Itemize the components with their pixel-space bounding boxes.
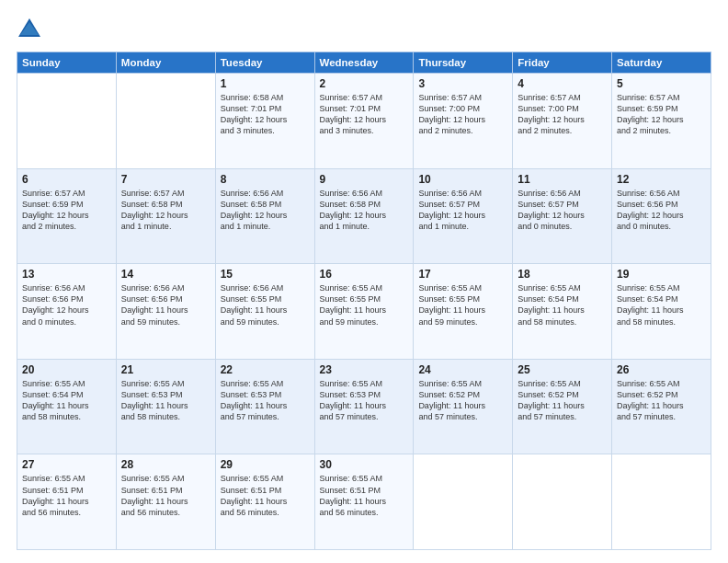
day-info: Sunrise: 6:55 AM Sunset: 6:52 PM Dayligh… [418,378,507,423]
calendar-cell [17,74,117,169]
day-info: Sunrise: 6:57 AM Sunset: 6:58 PM Dayligh… [121,188,210,233]
day-number: 8 [221,173,310,186]
day-info: Sunrise: 6:55 AM Sunset: 6:55 PM Dayligh… [320,282,409,327]
day-number: 13 [22,268,111,281]
day-info: Sunrise: 6:55 AM Sunset: 6:53 PM Dayligh… [221,378,310,423]
day-number: 11 [518,173,607,186]
logo [17,17,44,42]
day-info: Sunrise: 6:55 AM Sunset: 6:51 PM Dayligh… [221,473,310,518]
day-number: 18 [518,268,607,281]
day-number: 16 [320,268,409,281]
calendar-cell: 13Sunrise: 6:56 AM Sunset: 6:56 PM Dayli… [17,264,117,360]
svg-marker-1 [20,22,39,35]
day-number: 17 [418,268,507,281]
calendar-cell: 5Sunrise: 6:57 AM Sunset: 6:59 PM Daylig… [612,74,711,169]
calendar-cell: 21Sunrise: 6:55 AM Sunset: 6:53 PM Dayli… [116,359,215,454]
day-number: 22 [221,363,310,376]
calendar-cell: 10Sunrise: 6:56 AM Sunset: 6:57 PM Dayli… [414,168,513,264]
day-number: 7 [121,173,210,186]
week-row-2: 6Sunrise: 6:57 AM Sunset: 6:59 PM Daylig… [17,168,711,264]
calendar-cell [414,454,513,550]
day-number: 10 [418,173,507,186]
day-number: 24 [418,363,507,376]
weekday-header-thursday: Thursday [414,52,513,74]
day-number: 21 [121,363,210,376]
calendar-cell [612,454,711,550]
calendar-cell: 20Sunrise: 6:55 AM Sunset: 6:54 PM Dayli… [17,359,117,454]
calendar-cell: 30Sunrise: 6:55 AM Sunset: 6:51 PM Dayli… [314,454,414,550]
calendar-cell: 12Sunrise: 6:56 AM Sunset: 6:56 PM Dayli… [612,168,711,264]
day-number: 15 [221,268,310,281]
week-row-3: 13Sunrise: 6:56 AM Sunset: 6:56 PM Dayli… [17,264,711,360]
week-row-5: 27Sunrise: 6:55 AM Sunset: 6:51 PM Dayli… [17,454,711,550]
logo-icon [17,17,42,42]
week-row-4: 20Sunrise: 6:55 AM Sunset: 6:54 PM Dayli… [17,359,711,454]
weekday-header-sunday: Sunday [17,52,117,74]
day-info: Sunrise: 6:55 AM Sunset: 6:53 PM Dayligh… [121,378,210,423]
day-number: 25 [518,363,607,376]
calendar-cell: 28Sunrise: 6:55 AM Sunset: 6:51 PM Dayli… [116,454,215,550]
calendar-cell: 7Sunrise: 6:57 AM Sunset: 6:58 PM Daylig… [116,168,215,264]
day-number: 20 [22,363,111,376]
calendar-cell: 1Sunrise: 6:58 AM Sunset: 7:01 PM Daylig… [215,74,314,169]
weekday-header-monday: Monday [116,52,215,74]
calendar-cell: 8Sunrise: 6:56 AM Sunset: 6:58 PM Daylig… [215,168,314,264]
calendar-cell: 24Sunrise: 6:55 AM Sunset: 6:52 PM Dayli… [414,359,513,454]
calendar-cell: 25Sunrise: 6:55 AM Sunset: 6:52 PM Dayli… [513,359,612,454]
day-info: Sunrise: 6:55 AM Sunset: 6:54 PM Dayligh… [22,378,111,423]
calendar-cell: 29Sunrise: 6:55 AM Sunset: 6:51 PM Dayli… [215,454,314,550]
day-number: 26 [617,363,706,376]
weekday-header-saturday: Saturday [612,52,711,74]
day-info: Sunrise: 6:55 AM Sunset: 6:55 PM Dayligh… [418,282,507,327]
day-info: Sunrise: 6:55 AM Sunset: 6:51 PM Dayligh… [22,473,111,518]
day-info: Sunrise: 6:56 AM Sunset: 6:56 PM Dayligh… [22,282,111,327]
day-number: 9 [320,173,409,186]
calendar-cell: 15Sunrise: 6:56 AM Sunset: 6:55 PM Dayli… [215,264,314,360]
weekday-header-row: SundayMondayTuesdayWednesdayThursdayFrid… [17,52,711,74]
calendar-cell: 3Sunrise: 6:57 AM Sunset: 7:00 PM Daylig… [414,74,513,169]
day-number: 27 [22,458,111,471]
calendar-cell: 14Sunrise: 6:56 AM Sunset: 6:56 PM Dayli… [116,264,215,360]
day-info: Sunrise: 6:55 AM Sunset: 6:52 PM Dayligh… [518,378,607,423]
calendar-cell: 22Sunrise: 6:55 AM Sunset: 6:53 PM Dayli… [215,359,314,454]
day-info: Sunrise: 6:56 AM Sunset: 6:55 PM Dayligh… [221,282,310,327]
day-info: Sunrise: 6:56 AM Sunset: 6:58 PM Dayligh… [320,188,409,233]
calendar-cell: 17Sunrise: 6:55 AM Sunset: 6:55 PM Dayli… [414,264,513,360]
day-info: Sunrise: 6:56 AM Sunset: 6:57 PM Dayligh… [418,188,507,233]
calendar-cell: 9Sunrise: 6:56 AM Sunset: 6:58 PM Daylig… [314,168,414,264]
day-number: 12 [617,173,706,186]
calendar-cell: 27Sunrise: 6:55 AM Sunset: 6:51 PM Dayli… [17,454,117,550]
day-number: 4 [518,77,607,90]
day-info: Sunrise: 6:58 AM Sunset: 7:01 PM Dayligh… [221,92,310,137]
week-row-1: 1Sunrise: 6:58 AM Sunset: 7:01 PM Daylig… [17,74,711,169]
day-number: 29 [221,458,310,471]
calendar-cell: 2Sunrise: 6:57 AM Sunset: 7:01 PM Daylig… [314,74,414,169]
day-info: Sunrise: 6:57 AM Sunset: 7:01 PM Dayligh… [320,92,409,137]
calendar-table: SundayMondayTuesdayWednesdayThursdayFrid… [17,52,711,550]
calendar-cell: 18Sunrise: 6:55 AM Sunset: 6:54 PM Dayli… [513,264,612,360]
weekday-header-wednesday: Wednesday [314,52,414,74]
day-info: Sunrise: 6:55 AM Sunset: 6:54 PM Dayligh… [617,282,706,327]
calendar-cell: 26Sunrise: 6:55 AM Sunset: 6:52 PM Dayli… [612,359,711,454]
day-info: Sunrise: 6:57 AM Sunset: 6:59 PM Dayligh… [617,92,706,137]
day-number: 19 [617,268,706,281]
day-number: 30 [320,458,409,471]
weekday-header-tuesday: Tuesday [215,52,314,74]
day-number: 5 [617,77,706,90]
calendar-cell: 4Sunrise: 6:57 AM Sunset: 7:00 PM Daylig… [513,74,612,169]
day-number: 28 [121,458,210,471]
day-number: 23 [320,363,409,376]
calendar-cell: 23Sunrise: 6:55 AM Sunset: 6:53 PM Dayli… [314,359,414,454]
day-number: 14 [121,268,210,281]
header [17,17,711,42]
calendar-cell: 16Sunrise: 6:55 AM Sunset: 6:55 PM Dayli… [314,264,414,360]
day-number: 2 [320,77,409,90]
page: SundayMondayTuesdayWednesdayThursdayFrid… [0,0,728,563]
day-info: Sunrise: 6:55 AM Sunset: 6:54 PM Dayligh… [518,282,607,327]
calendar-cell [116,74,215,169]
calendar-cell: 19Sunrise: 6:55 AM Sunset: 6:54 PM Dayli… [612,264,711,360]
day-info: Sunrise: 6:55 AM Sunset: 6:51 PM Dayligh… [121,473,210,518]
calendar-cell: 6Sunrise: 6:57 AM Sunset: 6:59 PM Daylig… [17,168,117,264]
day-info: Sunrise: 6:57 AM Sunset: 7:00 PM Dayligh… [418,92,507,137]
calendar-cell: 11Sunrise: 6:56 AM Sunset: 6:57 PM Dayli… [513,168,612,264]
